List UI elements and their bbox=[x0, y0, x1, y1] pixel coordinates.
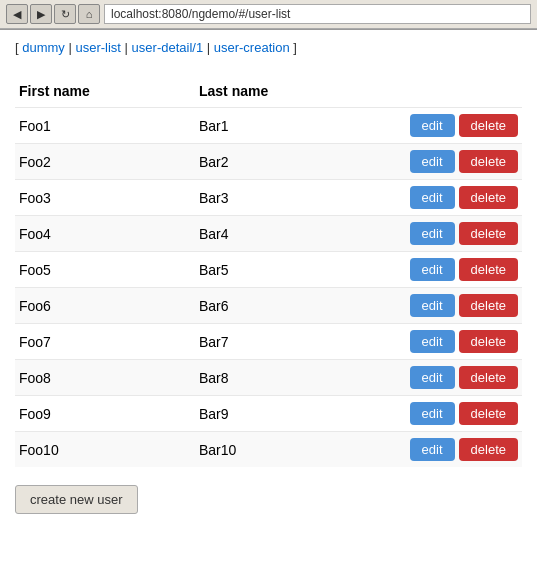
table-row: Foo10Bar10editdelete bbox=[15, 432, 522, 468]
edit-button-row-2[interactable]: edit bbox=[410, 150, 455, 173]
nav-buttons: ◀ ▶ ↻ ⌂ bbox=[6, 4, 100, 24]
cell-lastname: Bar9 bbox=[195, 396, 375, 432]
cell-lastname: Bar5 bbox=[195, 252, 375, 288]
cell-firstname: Foo6 bbox=[15, 288, 195, 324]
nav-links: [ dummy | user-list | user-detail/1 | us… bbox=[15, 40, 522, 55]
edit-button-row-4[interactable]: edit bbox=[410, 222, 455, 245]
nav-link-user-creation[interactable]: user-creation bbox=[214, 40, 290, 55]
col-header-actions bbox=[375, 75, 522, 108]
table-row: Foo4Bar4editdelete bbox=[15, 216, 522, 252]
browser-toolbar: ◀ ▶ ↻ ⌂ bbox=[0, 0, 537, 29]
cell-actions: editdelete bbox=[375, 180, 522, 216]
cell-firstname: Foo3 bbox=[15, 180, 195, 216]
col-header-lastname: Last name bbox=[195, 75, 375, 108]
cell-lastname: Bar10 bbox=[195, 432, 375, 468]
cell-lastname: Bar4 bbox=[195, 216, 375, 252]
nav-suffix: ] bbox=[290, 40, 297, 55]
cell-actions: editdelete bbox=[375, 396, 522, 432]
nav-link-dummy[interactable]: dummy bbox=[22, 40, 65, 55]
cell-lastname: Bar2 bbox=[195, 144, 375, 180]
cell-actions: editdelete bbox=[375, 144, 522, 180]
edit-button-row-1[interactable]: edit bbox=[410, 114, 455, 137]
table-row: Foo5Bar5editdelete bbox=[15, 252, 522, 288]
cell-actions: editdelete bbox=[375, 216, 522, 252]
delete-button-row-2[interactable]: delete bbox=[459, 150, 518, 173]
col-header-firstname: First name bbox=[15, 75, 195, 108]
delete-button-row-6[interactable]: delete bbox=[459, 294, 518, 317]
nav-link-user-detail[interactable]: user-detail/1 bbox=[132, 40, 204, 55]
table-row: Foo8Bar8editdelete bbox=[15, 360, 522, 396]
cell-firstname: Foo2 bbox=[15, 144, 195, 180]
table-row: Foo6Bar6editdelete bbox=[15, 288, 522, 324]
cell-actions: editdelete bbox=[375, 324, 522, 360]
cell-lastname: Bar8 bbox=[195, 360, 375, 396]
cell-firstname: Foo8 bbox=[15, 360, 195, 396]
cell-lastname: Bar1 bbox=[195, 108, 375, 144]
cell-lastname: Bar3 bbox=[195, 180, 375, 216]
edit-button-row-10[interactable]: edit bbox=[410, 438, 455, 461]
delete-button-row-5[interactable]: delete bbox=[459, 258, 518, 281]
address-bar[interactable] bbox=[104, 4, 531, 24]
edit-button-row-8[interactable]: edit bbox=[410, 366, 455, 389]
delete-button-row-7[interactable]: delete bbox=[459, 330, 518, 353]
table-row: Foo7Bar7editdelete bbox=[15, 324, 522, 360]
create-new-user-button[interactable]: create new user bbox=[15, 485, 138, 514]
edit-button-row-7[interactable]: edit bbox=[410, 330, 455, 353]
cell-firstname: Foo7 bbox=[15, 324, 195, 360]
cell-firstname: Foo4 bbox=[15, 216, 195, 252]
cell-actions: editdelete bbox=[375, 288, 522, 324]
cell-lastname: Bar6 bbox=[195, 288, 375, 324]
page-content: [ dummy | user-list | user-detail/1 | us… bbox=[0, 30, 537, 569]
table-row: Foo3Bar3editdelete bbox=[15, 180, 522, 216]
delete-button-row-9[interactable]: delete bbox=[459, 402, 518, 425]
cell-actions: editdelete bbox=[375, 432, 522, 468]
cell-actions: editdelete bbox=[375, 252, 522, 288]
cell-actions: editdelete bbox=[375, 360, 522, 396]
cell-firstname: Foo10 bbox=[15, 432, 195, 468]
cell-firstname: Foo5 bbox=[15, 252, 195, 288]
user-table: First name Last name Foo1Bar1editdeleteF… bbox=[15, 75, 522, 467]
cell-lastname: Bar7 bbox=[195, 324, 375, 360]
nav-link-user-list[interactable]: user-list bbox=[75, 40, 121, 55]
cell-firstname: Foo1 bbox=[15, 108, 195, 144]
delete-button-row-4[interactable]: delete bbox=[459, 222, 518, 245]
edit-button-row-5[interactable]: edit bbox=[410, 258, 455, 281]
table-row: Foo9Bar9editdelete bbox=[15, 396, 522, 432]
cell-firstname: Foo9 bbox=[15, 396, 195, 432]
delete-button-row-8[interactable]: delete bbox=[459, 366, 518, 389]
back-button[interactable]: ◀ bbox=[6, 4, 28, 24]
edit-button-row-6[interactable]: edit bbox=[410, 294, 455, 317]
table-row: Foo1Bar1editdelete bbox=[15, 108, 522, 144]
delete-button-row-3[interactable]: delete bbox=[459, 186, 518, 209]
forward-button[interactable]: ▶ bbox=[30, 4, 52, 24]
delete-button-row-1[interactable]: delete bbox=[459, 114, 518, 137]
cell-actions: editdelete bbox=[375, 108, 522, 144]
refresh-button[interactable]: ↻ bbox=[54, 4, 76, 24]
edit-button-row-9[interactable]: edit bbox=[410, 402, 455, 425]
browser-chrome: ◀ ▶ ↻ ⌂ bbox=[0, 0, 537, 30]
table-row: Foo2Bar2editdelete bbox=[15, 144, 522, 180]
home-button[interactable]: ⌂ bbox=[78, 4, 100, 24]
delete-button-row-10[interactable]: delete bbox=[459, 438, 518, 461]
edit-button-row-3[interactable]: edit bbox=[410, 186, 455, 209]
